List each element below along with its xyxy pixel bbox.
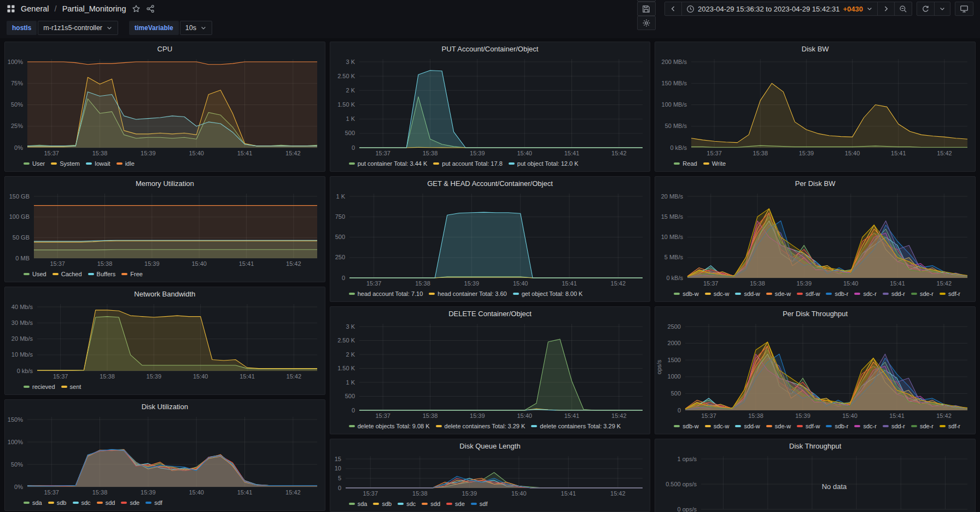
time-shift-back-button[interactable]: [665, 2, 681, 15]
delete-chart[interactable]: 15:3715:3815:3915:4015:4115:4205001 K1.5…: [330, 320, 650, 421]
legend-item-sdc-r[interactable]: sdc-r: [854, 290, 876, 297]
legend-item-sdc[interactable]: sdc: [73, 499, 91, 506]
legend-item-user[interactable]: User: [24, 160, 45, 167]
legend-item-sdb-r[interactable]: sdb-r: [826, 290, 848, 297]
legend-item-sde-r[interactable]: sde-r: [911, 290, 934, 297]
legend-item-sdd-w[interactable]: sdd-w: [735, 290, 760, 297]
per-disk-throughput-chart[interactable]: 15:3715:3815:3915:4015:4115:420500100015…: [655, 320, 975, 421]
legend-item-sdc-w[interactable]: sdc-w: [705, 423, 730, 429]
variable-value-dropdown[interactable]: 10s: [180, 21, 212, 35]
legend-item-sde-w[interactable]: sde-w: [766, 290, 791, 297]
variable-label: timeVariable: [129, 21, 179, 35]
svg-text:15:42: 15:42: [610, 490, 626, 497]
legend-item-sde-r[interactable]: sde-r: [911, 423, 934, 429]
legend-item-sdc-w[interactable]: sdc-w: [705, 290, 730, 297]
svg-text:15:37: 15:37: [44, 150, 59, 156]
panel-title-per-disk-bw[interactable]: Per Disk BW: [655, 177, 975, 190]
legend-item-sdb-r[interactable]: sdb-r: [826, 423, 848, 429]
legend-item-sdf-r[interactable]: sdf-r: [940, 290, 960, 297]
legend-item-head-account[interactable]: head account Total: 7.10: [349, 290, 423, 297]
panel-title-per-disk-throughput[interactable]: Per Disk Throughput: [655, 307, 975, 320]
panel-title-cpu[interactable]: CPU: [5, 42, 325, 55]
panel-title-disk-utilization[interactable]: Disk Utilization: [5, 400, 325, 413]
panel-title-put[interactable]: PUT Account/Container/Object: [330, 42, 650, 55]
disk-bw-chart[interactable]: 15:3715:3815:3915:4015:4115:420 kB/s50 M…: [655, 55, 975, 158]
legend-item-sde[interactable]: sde: [446, 501, 465, 507]
legend-item-sdb-w[interactable]: sdb-w: [674, 290, 698, 297]
legend-item-sda[interactable]: sda: [349, 501, 368, 507]
legend-item-sdd[interactable]: sdd: [422, 501, 440, 507]
legend-item-delete-objects[interactable]: delete objects Total: 9.08 K: [349, 423, 430, 429]
disk-utilization-chart[interactable]: 15:3715:3815:3915:4015:4115:420%50%100%1…: [5, 413, 325, 497]
time-shift-forward-button[interactable]: [877, 2, 894, 15]
legend-item-recieved[interactable]: recieved: [24, 383, 55, 390]
panel-title-disk-queue[interactable]: Disk Queue Length: [330, 439, 650, 452]
save-dashboard-button[interactable]: [637, 2, 656, 16]
legend-label: Used: [32, 271, 46, 277]
legend-item-system[interactable]: System: [51, 160, 80, 167]
legend-item-put-account[interactable]: put account Total: 17.8: [433, 160, 503, 167]
get-head-chart[interactable]: 15:3715:3815:3915:4015:4115:420250500750…: [330, 190, 650, 288]
legend-item-iowait[interactable]: Iowait: [86, 160, 110, 167]
legend-item-write[interactable]: Write: [703, 160, 726, 167]
dashboard-settings-button[interactable]: [637, 16, 656, 30]
legend-item-put-container[interactable]: put container Total: 3.44 K: [349, 160, 428, 167]
kiosk-mode-button[interactable]: [955, 2, 973, 16]
legend-item-sdf-w[interactable]: sdf-w: [797, 290, 820, 297]
disk-throughput-chart[interactable]: 0 ops/s0.500 ops/s1 ops/sNo data: [655, 452, 975, 512]
legend-item-read[interactable]: Read: [674, 160, 697, 167]
legend-item-idle[interactable]: idle: [116, 160, 135, 167]
refresh-button[interactable]: [917, 2, 934, 15]
put-chart[interactable]: 15:3715:3815:3915:4015:4115:4205001 K1.5…: [330, 55, 650, 158]
legend-item-sdd-r[interactable]: sdd-r: [883, 290, 905, 297]
legend-item-sde[interactable]: sde: [121, 499, 139, 506]
legend-item-sdf-w[interactable]: sdf-w: [797, 423, 820, 429]
legend-item-delete-containers[interactable]: delete containers Total: 3.29 K: [436, 423, 526, 429]
refresh-interval-button[interactable]: [934, 2, 950, 15]
time-zoom-out-button[interactable]: [894, 2, 912, 15]
legend-item-head-container[interactable]: head container Total: 3.60: [429, 290, 506, 297]
network-chart[interactable]: 15:3715:3815:3915:4015:4115:420 kb/s10 M…: [5, 300, 325, 381]
legend-item-delete-containers[interactable]: delete containers Total: 3.29 K: [531, 423, 621, 429]
panel-title-memory[interactable]: Memory Utilization: [5, 177, 325, 190]
legend-item-sdc-r[interactable]: sdc-r: [854, 423, 876, 429]
time-range-button[interactable]: 2023-04-29 15:36:32 to 2023-04-29 15:42:…: [681, 2, 877, 15]
memory-chart[interactable]: 15:3715:3815:3915:4015:4115:420 MB50 GB1…: [5, 190, 325, 269]
dashboards-icon[interactable]: [7, 4, 15, 13]
per-disk-bw-chart[interactable]: 15:3715:3815:3915:4015:4115:420 kB/s5 MB…: [655, 190, 975, 288]
svg-text:15:41: 15:41: [564, 150, 579, 156]
legend-item-sdc[interactable]: sdc: [398, 501, 416, 507]
legend-item-sdb-w[interactable]: sdb-w: [674, 423, 698, 429]
legend-item-sent[interactable]: sent: [61, 383, 81, 390]
breadcrumb-dashboard[interactable]: Partial_Monitoring: [62, 4, 126, 13]
star-icon[interactable]: [132, 4, 141, 13]
svg-text:0 kB/s: 0 kB/s: [670, 144, 687, 151]
cpu-chart[interactable]: 15:3715:3815:3915:4015:4115:420%25%50%75…: [5, 55, 325, 158]
breadcrumb-folder[interactable]: General: [21, 4, 49, 13]
legend-item-sdb[interactable]: sdb: [48, 499, 67, 506]
disk-queue-chart[interactable]: 15:3715:3815:3915:4015:4115:42051015: [330, 452, 650, 498]
legend-item-get-object[interactable]: get object Total: 8.00 K: [513, 290, 583, 297]
legend-item-sde-w[interactable]: sde-w: [766, 423, 791, 429]
legend-item-sdb[interactable]: sdb: [373, 501, 392, 507]
panel-title-delete[interactable]: DELETE Container/Object: [330, 307, 650, 320]
legend-item-sda[interactable]: sda: [24, 499, 42, 506]
variable-value-dropdown[interactable]: m-r1z1s5-controller: [38, 21, 118, 35]
share-icon[interactable]: [146, 4, 155, 13]
legend-item-sdf[interactable]: sdf: [145, 499, 162, 506]
legend-item-sdf[interactable]: sdf: [471, 501, 488, 507]
memory-legend: UsedCachedBuffersFree: [5, 269, 325, 282]
panel-title-network[interactable]: Network Bandwidth: [5, 287, 325, 300]
legend-item-cached[interactable]: Cached: [52, 271, 82, 277]
legend-item-buffers[interactable]: Buffers: [88, 271, 116, 277]
legend-item-used[interactable]: Used: [24, 271, 46, 277]
panel-title-disk-bw[interactable]: Disk BW: [655, 42, 975, 55]
legend-item-sdd-r[interactable]: sdd-r: [883, 423, 905, 429]
legend-item-sdd[interactable]: sdd: [97, 499, 115, 506]
panel-title-get-head[interactable]: GET & HEAD Account/Container/Object: [330, 177, 650, 190]
panel-title-disk-throughput[interactable]: Disk Throughput: [655, 439, 975, 452]
legend-item-free[interactable]: Free: [121, 271, 143, 277]
legend-item-put-object[interactable]: put object Total: 12.0 K: [509, 160, 579, 167]
legend-item-sdd-w[interactable]: sdd-w: [735, 423, 760, 429]
legend-item-sdf-r[interactable]: sdf-r: [940, 423, 960, 429]
